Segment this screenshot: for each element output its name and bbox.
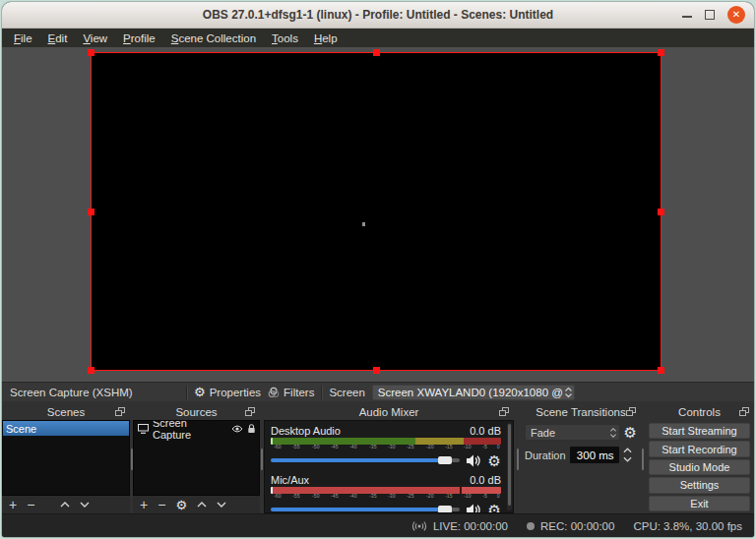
- speaker-icon[interactable]: [467, 454, 481, 467]
- menu-scene-collection[interactable]: Scene Collection: [163, 30, 264, 46]
- filters-button[interactable]: Filters: [268, 387, 314, 398]
- remove-scene-button[interactable]: −: [27, 499, 34, 510]
- remove-source-button[interactable]: −: [158, 499, 165, 510]
- speaker-icon[interactable]: [467, 504, 481, 514]
- dropdown-spinner-icon: [610, 428, 616, 438]
- lock-icon[interactable]: [247, 424, 256, 434]
- visibility-eye-icon[interactable]: [231, 425, 243, 433]
- meter-tick-label: -55: [292, 446, 299, 449]
- audio-mixer-dock-header[interactable]: Audio Mixer: [264, 404, 514, 420]
- scenes-dock-header[interactable]: Scenes: [2, 404, 130, 420]
- sources-toolbar: + − ⚙: [133, 496, 260, 513]
- meter-tick-label: 0: [496, 495, 499, 499]
- dock-splitter[interactable]: [514, 404, 521, 513]
- transition-select-dropdown[interactable]: Fade: [525, 424, 620, 441]
- menu-tools[interactable]: Tools: [264, 30, 306, 46]
- exit-button[interactable]: Exit: [649, 496, 750, 511]
- move-source-up-icon[interactable]: [197, 502, 207, 508]
- menu-edit[interactable]: Edit: [40, 30, 76, 46]
- dropdown-spinner-icon: [565, 388, 572, 397]
- resize-handle-top-right[interactable]: [658, 49, 664, 56]
- resize-handle-middle-right[interactable]: [658, 209, 664, 215]
- meter-tick-label: -10: [464, 446, 471, 449]
- source-properties-gear-icon[interactable]: ⚙: [175, 499, 187, 511]
- float-dock-icon[interactable]: [245, 407, 255, 416]
- meter-tick-label: -60: [274, 495, 281, 499]
- source-list-item[interactable]: Screen Capture: [134, 421, 259, 437]
- selected-source-label: Screen Capture (XSHM): [10, 387, 179, 398]
- meter-tick-labels: -60-55-50-45-40-35-30-25-20-15-10-50: [271, 495, 501, 501]
- scenes-dock: Scenes Scene + −: [2, 404, 130, 513]
- scene-list-item-selected[interactable]: Scene: [3, 421, 129, 436]
- preview-canvas[interactable]: [91, 52, 662, 371]
- scene-transitions-dock-header[interactable]: Scene Transitions: [521, 404, 641, 420]
- menu-view[interactable]: View: [75, 30, 115, 46]
- menu-file[interactable]: File: [6, 30, 40, 46]
- settings-button[interactable]: Settings: [649, 477, 750, 493]
- sources-list: Screen Capture: [133, 420, 260, 496]
- resize-handle-top-left[interactable]: [88, 49, 94, 56]
- channel-settings-gear-icon[interactable]: ⚙: [488, 503, 501, 514]
- meter-tick-label: -40: [349, 446, 356, 449]
- menu-profile[interactable]: Profile: [115, 30, 163, 46]
- resize-handle-middle-left[interactable]: [88, 209, 94, 215]
- meter-tick-label: -40: [349, 495, 356, 499]
- add-scene-button[interactable]: +: [9, 499, 17, 510]
- meter-tick-label: -20: [426, 446, 433, 449]
- menu-help[interactable]: Help: [306, 30, 346, 46]
- dock-splitter[interactable]: [641, 404, 645, 513]
- screen-select-dropdown[interactable]: Screen XWAYLAND0 (1920x1080 @ 0: [372, 385, 575, 400]
- transition-settings-gear-icon[interactable]: ⚙: [624, 425, 637, 440]
- float-dock-icon[interactable]: [115, 407, 125, 416]
- add-source-button[interactable]: +: [140, 499, 148, 510]
- meter-tick-label: -50: [312, 446, 319, 449]
- close-icon[interactable]: ✕: [727, 6, 745, 24]
- resize-handle-bottom-right[interactable]: [658, 367, 664, 374]
- move-scene-down-icon[interactable]: [80, 502, 90, 508]
- properties-label: Properties: [210, 387, 261, 398]
- captured-cursor: [362, 222, 365, 226]
- volume-slider-handle[interactable]: [438, 506, 452, 513]
- dock-splitter[interactable]: [130, 404, 133, 513]
- start-recording-button[interactable]: Start Recording: [649, 441, 750, 456]
- audio-mixer-title: Audio Mixer: [359, 406, 419, 418]
- meter-tick-label: -50: [312, 495, 319, 499]
- meter-tick-label: -60: [274, 446, 281, 449]
- record-dot-icon: [527, 522, 535, 530]
- channel-settings-gear-icon[interactable]: ⚙: [488, 453, 501, 468]
- title-bar[interactable]: OBS 27.0.1+dfsg1-1 (linux) - Profile: Un…: [2, 2, 754, 29]
- resize-handle-bottom-center[interactable]: [373, 367, 380, 374]
- meter-tick-label: -10: [464, 495, 471, 499]
- volume-slider[interactable]: [271, 458, 460, 462]
- filters-icon: [268, 387, 280, 398]
- cpu-status: CPU: 3.8%, 30.00 fps: [633, 520, 742, 532]
- maximize-icon[interactable]: [705, 10, 715, 20]
- duration-spinbox[interactable]: 300 ms: [570, 447, 619, 463]
- properties-button[interactable]: ⚙ Properties: [194, 386, 261, 398]
- meter-tick-label: -20: [426, 495, 433, 499]
- meter-tick-label: -45: [331, 446, 338, 449]
- move-scene-up-icon[interactable]: [60, 502, 70, 508]
- meter-tick-label: -30: [388, 495, 395, 499]
- volume-slider[interactable]: [271, 508, 460, 511]
- resize-handle-bottom-left[interactable]: [88, 367, 94, 374]
- start-streaming-button[interactable]: Start Streaming: [649, 423, 750, 439]
- studio-mode-button[interactable]: Studio Mode: [649, 459, 750, 475]
- volume-slider-handle[interactable]: [438, 456, 452, 464]
- sources-dock-header[interactable]: Sources: [133, 404, 260, 420]
- status-bar: LIVE: 00:00:00 REC: 00:00:00 CPU: 3.8%, …: [2, 513, 754, 537]
- audio-mixer-dock: Audio Mixer Desktop Audio 0.0 dB -60-55-…: [264, 404, 514, 513]
- sources-title: Sources: [175, 406, 217, 418]
- move-source-down-icon[interactable]: [217, 502, 226, 508]
- mixer-scrollbar[interactable]: [507, 423, 512, 510]
- meter-tick-label: -25: [407, 446, 413, 449]
- broadcast-icon: [411, 521, 427, 531]
- duration-spin-buttons[interactable]: [623, 448, 632, 462]
- float-dock-icon[interactable]: [499, 407, 509, 416]
- resize-handle-top-center[interactable]: [373, 49, 380, 56]
- controls-dock-header[interactable]: Controls: [645, 404, 754, 420]
- meter-tick-label: -30: [388, 446, 395, 449]
- float-dock-icon[interactable]: [739, 407, 749, 416]
- float-dock-icon[interactable]: [626, 407, 636, 416]
- minimize-icon[interactable]: [682, 16, 692, 18]
